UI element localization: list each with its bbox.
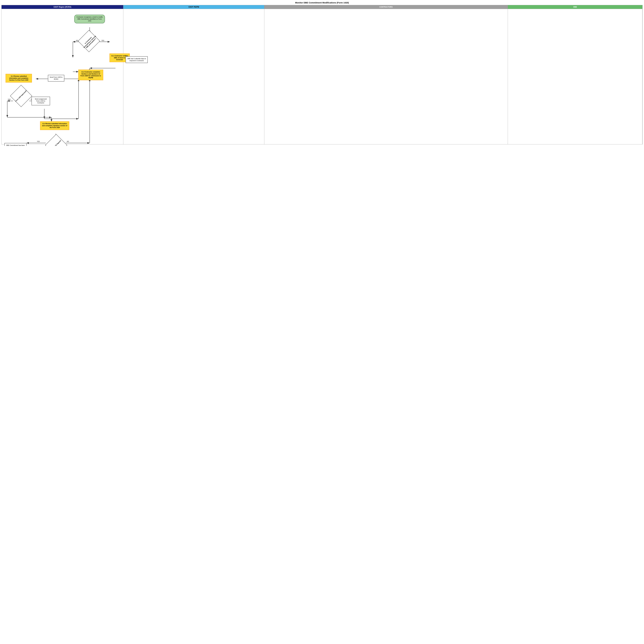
dbe-respond-node: DBE has 5 calendar days to respond to Co… <box>126 56 148 63</box>
node-11-2: 11.2 Contractor completes Section 1 and … <box>78 70 103 80</box>
send-form-node: Send Form 1420 to RCRO <box>48 75 64 82</box>
lane-header-dbe: DBE <box>508 5 642 9</box>
decision3-node: Form 1420 Signed? <box>47 137 65 146</box>
send-unapproved-node: Send unapproved Form 1420 to Contractor <box>32 97 50 105</box>
lane-header-contractors: CONTRACTORS <box>264 5 508 9</box>
lane-header-rcro: CDOT Region (RCRO) <box>2 5 123 9</box>
lane-pepm <box>123 9 264 144</box>
diagram-container: CDOT Region (RCRO) CDOT PE/PM CONTRACTOR… <box>1 5 643 144</box>
lane-header-pepm: CDOT PE/PM <box>123 5 264 9</box>
page-title: Monitor DBE Commitment Modifications (Fo… <box>1 1 643 4</box>
lane-dbe <box>508 9 642 144</box>
node-11-4: 11.4 Review submitted information and co… <box>40 121 69 130</box>
decision1-node: Is Contractor terminating or reducing DB… <box>74 33 105 50</box>
decision2-node: Form 1420 Approved? <box>12 88 30 104</box>
lane-contractors <box>264 9 508 144</box>
start-node: Contractor recognizes a need to modify D… <box>74 15 105 23</box>
dbe-modified-node: DBE Commitment has been modified <box>4 143 27 146</box>
node-11-3: 11.3 Review submitted information and co… <box>6 74 32 83</box>
